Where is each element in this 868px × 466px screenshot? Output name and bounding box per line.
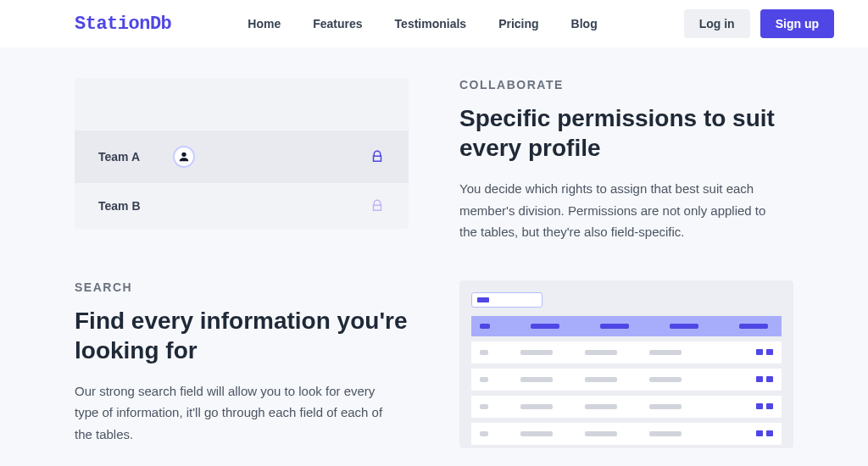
collaborate-title: Specific permissions to suit every profi…	[459, 103, 793, 163]
table-row	[471, 423, 782, 445]
brand-logo[interactable]: StationDb	[75, 14, 171, 35]
collaborate-illustration: Team A Team B	[75, 78, 409, 229]
nav-testimonials[interactable]: Testimonials	[395, 17, 467, 31]
main-nav: Home Features Testimonials Pricing Blog	[248, 17, 597, 31]
team-b-label: Team B	[98, 199, 158, 213]
table-row	[471, 396, 782, 418]
signup-button[interactable]: Sign up	[760, 9, 834, 38]
search-illustration	[459, 280, 793, 448]
search-text: SEARCH Find every information you're loo…	[75, 280, 409, 446]
avatar-icon	[173, 146, 195, 168]
team-row-b[interactable]: Team B	[75, 183, 409, 229]
table-header-illustration	[471, 316, 782, 336]
collaborate-body: You decide which rights to assign that b…	[459, 178, 773, 243]
nav-home[interactable]: Home	[248, 17, 281, 31]
team-row-a[interactable]: Team A	[75, 130, 409, 183]
team-card: Team A Team B	[75, 78, 409, 229]
lock-icon	[370, 198, 385, 214]
search-table-visual	[459, 280, 793, 448]
team-a-label: Team A	[98, 150, 158, 164]
nav-pricing[interactable]: Pricing	[498, 17, 538, 31]
search-kicker: SEARCH	[75, 280, 409, 294]
lock-icon	[370, 149, 385, 164]
page-content: Team A Team B COLLABORATE Specific per	[0, 47, 868, 448]
nav-blog[interactable]: Blog	[571, 17, 598, 31]
feature-collaborate: Team A Team B COLLABORATE Specific per	[75, 78, 793, 243]
search-input-illustration	[471, 292, 542, 308]
table-row	[471, 341, 782, 363]
collaborate-kicker: COLLABORATE	[459, 78, 793, 92]
table-row	[471, 369, 782, 391]
login-button[interactable]: Log in	[684, 9, 750, 38]
search-title: Find every information you're looking fo…	[75, 306, 409, 365]
search-body: Our strong search field will allow you t…	[75, 380, 388, 446]
feature-search: SEARCH Find every information you're loo…	[75, 280, 793, 448]
collaborate-text: COLLABORATE Specific permissions to suit…	[459, 78, 793, 243]
nav-features[interactable]: Features	[313, 17, 362, 31]
site-header: StationDb Home Features Testimonials Pri…	[0, 0, 868, 47]
svg-point-0	[181, 153, 186, 157]
